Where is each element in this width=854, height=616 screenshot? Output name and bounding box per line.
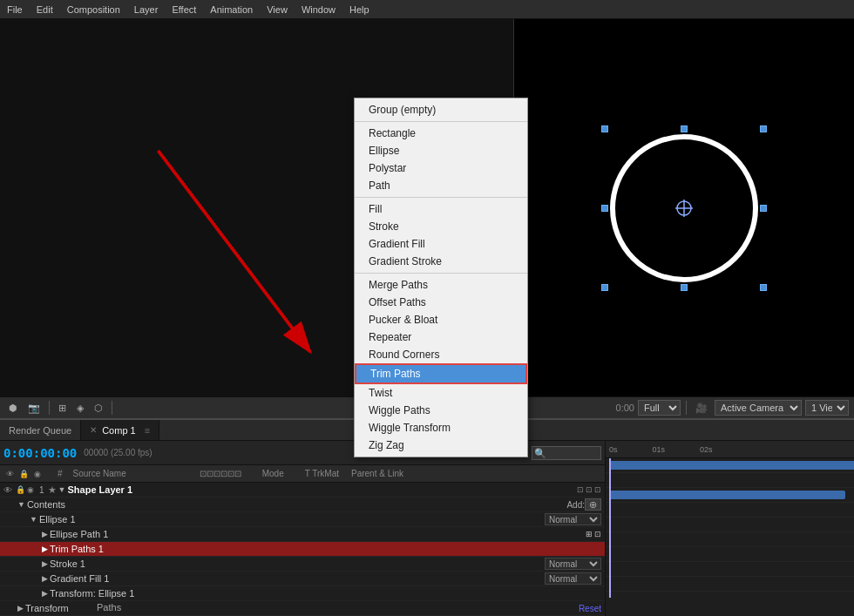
- canvas-area: [514, 19, 854, 396]
- zoom-select[interactable]: Full 50% 25%: [638, 400, 681, 416]
- toolbar-grid-btn[interactable]: ⊞: [55, 399, 70, 416]
- table-row: ▼ Ellipse 1 Normal: [0, 512, 605, 527]
- chevron-stroke1[interactable]: ▶: [42, 559, 48, 568]
- menu-animation[interactable]: Animation: [210, 4, 253, 15]
- toolbar-3d-btn[interactable]: ⬡: [91, 399, 106, 416]
- menu-view[interactable]: View: [267, 4, 288, 15]
- toolbar-mask-btn[interactable]: ◈: [73, 399, 87, 416]
- menu-edit[interactable]: Edit: [37, 4, 53, 15]
- selection-handle-bl[interactable]: [601, 284, 608, 291]
- view-select[interactable]: 1 View: [805, 400, 849, 416]
- menu-item-gradient-stroke[interactable]: Gradient Stroke: [355, 253, 527, 270]
- track-bar: [609, 491, 845, 499]
- timeline-tracks: [606, 458, 854, 592]
- context-menu: Group (empty) Rectangle Ellipse Polystar…: [354, 98, 528, 457]
- table-row: ▶ Trim Paths 1: [0, 542, 605, 557]
- menu-item-gradient-fill[interactable]: Gradient Fill: [355, 235, 527, 253]
- table-row: ▶ Gradient Fill 1 Normal: [0, 572, 605, 586]
- tab-render-queue[interactable]: Render Queue: [0, 420, 81, 440]
- separator-2: [355, 197, 527, 198]
- menu-effect[interactable]: Effect: [172, 4, 196, 15]
- menu-item-stroke[interactable]: Stroke: [355, 218, 527, 235]
- menu-item-offset-paths[interactable]: Offset Paths: [355, 294, 527, 311]
- switch-icon[interactable]: ⊡: [586, 485, 593, 494]
- menu-item-path[interactable]: Path: [355, 177, 527, 194]
- menu-item-fill[interactable]: Fill: [355, 200, 527, 218]
- lock-icon: 🔒: [16, 485, 25, 494]
- menu-item-twist[interactable]: Twist: [355, 384, 527, 402]
- menu-item-ellipse[interactable]: Ellipse: [355, 142, 527, 159]
- timeline-ruler: 0s 01s 02s: [606, 441, 854, 458]
- timeline-area: 0:00:00:00 00000 (25.00 fps) 👁 🔒 ◉ #: [0, 441, 854, 616]
- separator-2: [112, 401, 112, 415]
- reset-button[interactable]: Reset: [579, 604, 601, 613]
- menu-item-wiggle-paths[interactable]: Wiggle Paths: [355, 402, 527, 419]
- menu-help[interactable]: Help: [349, 4, 369, 15]
- top-menubar: File Edit Composition Layer Effect Anima…: [0, 0, 854, 19]
- chevron-ellipse1[interactable]: ▼: [30, 515, 37, 524]
- menu-layer[interactable]: Layer: [134, 4, 159, 15]
- menu-item-wiggle-transform[interactable]: Wiggle Transform: [355, 419, 527, 437]
- menu-composition[interactable]: Composition: [67, 4, 120, 15]
- selection-handle-tl[interactable]: [601, 125, 608, 132]
- switch-icon[interactable]: ⊡: [594, 485, 601, 494]
- table-row: ▶ Ellipse Path 1 ⊞ ⊡: [0, 527, 605, 542]
- chevron-icon[interactable]: ▼: [58, 485, 66, 494]
- chevron-transform-ellipse1[interactable]: ▶: [42, 589, 48, 598]
- ruler-mark-0: 0s: [609, 445, 618, 454]
- timeline-right: 0s 01s 02s: [606, 441, 854, 616]
- stroke-blend-select[interactable]: Normal: [545, 558, 601, 570]
- sep3: [686, 401, 687, 415]
- menu-item-polystar[interactable]: Polystar: [355, 159, 527, 177]
- track-row-ellipse-path-1: [606, 503, 854, 518]
- tab-comp1[interactable]: ✕ Comp 1 ≡: [81, 420, 159, 440]
- switch-icon[interactable]: ⊡: [577, 485, 584, 494]
- track-row-gradient-fill-1: [606, 547, 854, 562]
- toolbar-render-btn[interactable]: ⬢: [5, 399, 21, 416]
- contents-label: Contents: [27, 499, 567, 510]
- parent-col: Parent & Link: [351, 469, 403, 478]
- menu-item-trim-paths[interactable]: Trim Paths: [355, 363, 527, 384]
- selection-handle-bc[interactable]: [681, 284, 688, 291]
- add-button[interactable]: ⊕: [585, 498, 601, 511]
- comp1-menu-icon[interactable]: ≡: [145, 425, 150, 436]
- svg-line-1: [158, 151, 309, 352]
- selection-handle-tc[interactable]: [681, 125, 688, 132]
- path-icon2: ⊡: [594, 530, 601, 538]
- selection-handle-tr[interactable]: [760, 125, 767, 132]
- comp1-close-icon[interactable]: ✕: [90, 425, 97, 435]
- eye-icon[interactable]: 👁: [3, 485, 16, 495]
- table-row: ▶ Transform: Ellipse 1: [0, 586, 605, 601]
- chevron-trimpaths1[interactable]: ▶: [42, 545, 48, 553]
- ellipse-blend-select[interactable]: Normal: [545, 513, 601, 525]
- menu-item-rectangle[interactable]: Rectangle: [355, 125, 527, 142]
- selection-handle-ml[interactable]: [601, 205, 608, 212]
- track-row-ellipse1: [606, 488, 854, 503]
- menu-item-repeater[interactable]: Repeater: [355, 328, 527, 346]
- chevron-contents[interactable]: ▼: [17, 500, 25, 509]
- menu-item-zig-zag[interactable]: Zig Zag: [355, 437, 527, 454]
- menu-item-merge-paths[interactable]: Merge Paths: [355, 276, 527, 294]
- menu-item-group-empty[interactable]: Group (empty): [355, 101, 527, 118]
- gradfill-blend-select[interactable]: Normal: [545, 572, 601, 585]
- menu-file[interactable]: File: [7, 4, 23, 15]
- camera-select[interactable]: Active Camera: [715, 400, 802, 416]
- fps-container: 00000 (25.00 fps): [84, 448, 152, 457]
- selection-handle-mr[interactable]: [760, 205, 767, 212]
- menu-item-round-corners[interactable]: Round Corners: [355, 346, 527, 363]
- trkmat-col: T TrkMat: [305, 469, 339, 478]
- chevron-ellipsepath1[interactable]: ▶: [42, 530, 48, 538]
- chevron-gradfill1[interactable]: ▶: [42, 574, 48, 583]
- menu-item-pucker-bloat[interactable]: Pucker & Bloat: [355, 311, 527, 328]
- chevron-transform[interactable]: ▶: [17, 604, 24, 613]
- transform-ellipse-1-name: Transform: Ellipse 1: [50, 588, 601, 599]
- playhead[interactable]: [609, 458, 611, 598]
- toolbar-camera-btn[interactable]: 📷: [24, 399, 44, 416]
- render-queue-label: Render Queue: [9, 425, 71, 436]
- shape-layer-1-name: Shape Layer 1: [67, 484, 577, 495]
- search-input[interactable]: [532, 446, 601, 460]
- camera-icon-btn[interactable]: 🎥: [692, 399, 711, 416]
- ruler-mark-2: 02s: [700, 445, 713, 454]
- menu-window[interactable]: Window: [302, 4, 336, 15]
- selection-handle-br[interactable]: [760, 284, 767, 291]
